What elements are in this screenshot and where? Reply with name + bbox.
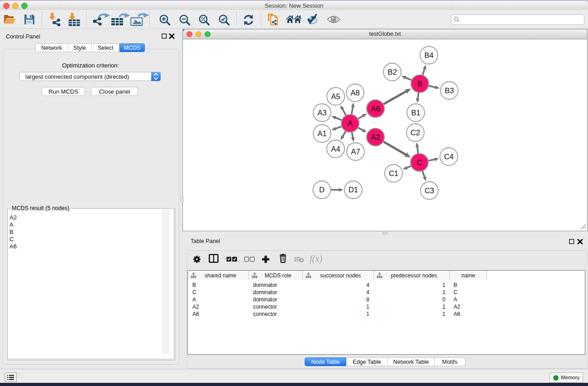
svg-text:B2: B2 [387,67,397,76]
svg-text:B3: B3 [445,86,454,94]
svg-text:A6: A6 [371,104,380,112]
svg-text:B1: B1 [411,108,420,116]
svg-text:A4: A4 [331,144,340,152]
svg-text:C: C [417,158,422,166]
svg-text:A2: A2 [371,133,380,141]
svg-text:B4: B4 [424,51,433,59]
svg-text:C1: C1 [389,169,398,177]
svg-text:A: A [348,119,353,127]
svg-text:B: B [417,79,422,87]
svg-text:D1: D1 [349,186,358,194]
svg-text:A8: A8 [350,88,359,96]
svg-text:A1: A1 [317,129,326,137]
svg-text:A7: A7 [351,147,360,155]
svg-text:C4: C4 [444,152,454,160]
svg-text:A5: A5 [331,92,340,100]
svg-text:D: D [319,186,325,194]
svg-text:C2: C2 [411,128,420,136]
svg-text:A3: A3 [317,108,326,116]
svg-text:C3: C3 [425,186,434,194]
